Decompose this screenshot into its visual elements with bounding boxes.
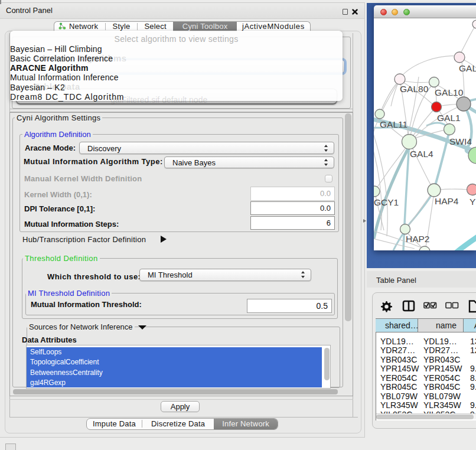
svg-text:SWI4: SWI4 <box>449 136 472 146</box>
svg-text:GAL1: GAL1 <box>437 113 461 123</box>
svg-text:HAP4: HAP4 <box>435 196 459 206</box>
svg-text:GAL4: GAL4 <box>410 149 433 159</box>
svg-text:GAL11: GAL11 <box>380 119 407 129</box>
svg-text:GCY1: GCY1 <box>374 197 399 207</box>
svg-text:GAL2: GAL2 <box>459 63 476 73</box>
svg-text:GAL10: GAL10 <box>435 87 464 97</box>
svg-text:GAL80: GAL80 <box>400 84 429 94</box>
svg-text:HAP2: HAP2 <box>406 234 430 244</box>
svg-text:YEL: YEL <box>470 197 476 207</box>
